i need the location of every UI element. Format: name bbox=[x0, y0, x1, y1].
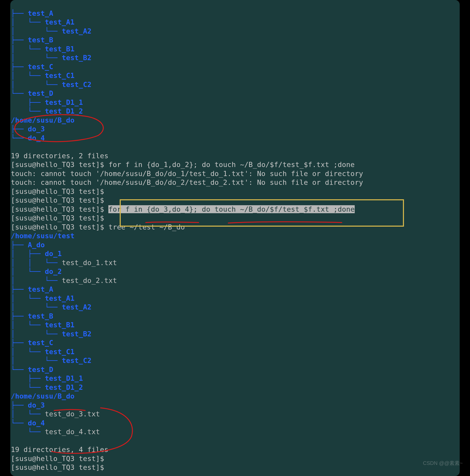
tree-dir: ├── test_B bbox=[11, 312, 53, 320]
tree-pipe: └── bbox=[11, 428, 45, 436]
tree-file: test_do_2.txt bbox=[62, 276, 117, 284]
tree-summary: 19 directories, 2 files bbox=[11, 152, 108, 160]
terminal-window[interactable]: ├── test_A │ └── test_A1 │ └── test_A2 ├… bbox=[10, 0, 460, 476]
tree-dir: │ └── test_C1 bbox=[11, 72, 75, 80]
tree-pipe: ├── bbox=[11, 241, 28, 249]
prompt: [susu@hello_TQ3 test]$ bbox=[11, 205, 108, 213]
tree-dir: └── do_4 bbox=[11, 134, 45, 142]
prompt: [susu@hello_TQ3 test]$ bbox=[11, 214, 108, 222]
highlighted-command: for f in {do_3,do_4}; do touch ~/B_do/$f… bbox=[108, 205, 354, 213]
tree-path: /home/susu/B_do bbox=[11, 116, 75, 124]
tree-pipe: │ └── bbox=[11, 410, 45, 418]
error-line: touch: cannot touch '/home/susu/B_do/do_… bbox=[11, 170, 363, 178]
prompt: [susu@hello_TQ3 test]$ bbox=[11, 187, 108, 195]
tree-pipe: │ ├── bbox=[11, 250, 45, 258]
command: for f in {do_1,do_2}; do touch ~/B_do/$f… bbox=[108, 161, 354, 169]
tree-dir: ├── test_C bbox=[11, 339, 53, 347]
tree-dir: do_4 bbox=[28, 419, 45, 427]
tree-dir: A_do bbox=[28, 241, 45, 249]
tree-dir: ├── test_A bbox=[11, 9, 53, 17]
tree-dir: ├── test_A bbox=[11, 285, 53, 293]
prompt: [susu@hello_TQ3 test]$ bbox=[11, 196, 104, 204]
prompt: [susu@hello_TQ3 test]$ bbox=[11, 223, 108, 231]
tree-dir: └── test_D1_2 bbox=[11, 383, 83, 391]
tree-dir: │ └── test_C2 bbox=[11, 81, 92, 89]
prompt: [susu@hello_TQ3 test]$ bbox=[11, 455, 108, 463]
tree-dir: │ └── test_B2 bbox=[11, 330, 92, 338]
tree-dir: do_3 bbox=[28, 401, 45, 409]
tree-dir: │ └── test_A1 bbox=[11, 294, 75, 302]
prompt: [susu@hello_TQ3 test]$ bbox=[11, 463, 108, 471]
watermark: CSDN @@素素~ bbox=[423, 460, 463, 467]
tree-dir: │ └── test_B2 bbox=[11, 54, 92, 62]
tree-file: test_do_3.txt bbox=[45, 410, 100, 418]
tree-dir: ├── do_3 bbox=[11, 125, 45, 133]
tree-dir: │ └── test_C1 bbox=[11, 348, 75, 356]
tree-dir: │ └── test_B1 bbox=[11, 321, 75, 329]
tree-path: /home/susu/B_do bbox=[11, 392, 75, 400]
tree-pipe: │ └── bbox=[11, 276, 62, 284]
tree-pipe: │ └── bbox=[11, 267, 45, 275]
tree-dir: │ └── test_A2 bbox=[11, 303, 92, 311]
tree-dir: ├── test_D1_1 bbox=[11, 98, 83, 106]
tree-dir: │ └── test_C2 bbox=[11, 356, 92, 364]
tree-dir: ├── test_D1_1 bbox=[11, 374, 83, 382]
tree-dir: do_2 bbox=[45, 267, 62, 275]
tree-dir: │ └── test_A1 bbox=[11, 18, 75, 26]
tree-dir: ├── test_B bbox=[11, 36, 53, 44]
error-line: touch: cannot touch '/home/susu/B_do/do_… bbox=[11, 178, 363, 186]
tree-pipe: └── bbox=[11, 419, 28, 427]
tree-dir: do_1 bbox=[45, 250, 62, 258]
tree-dir: └── test_D bbox=[11, 89, 53, 97]
terminal-content[interactable]: ├── test_A │ └── test_A1 │ └── test_A2 ├… bbox=[10, 0, 460, 472]
tree-pipe: ├── bbox=[11, 401, 28, 409]
tree-dir: └── test_D bbox=[11, 366, 53, 374]
prompt: [susu@hello_TQ3 test]$ bbox=[11, 161, 108, 169]
tree-summary: 19 directories, 4 files bbox=[11, 446, 108, 454]
tree-file: test_do_4.txt bbox=[45, 428, 100, 436]
tree-pipe: │ │ └── bbox=[11, 259, 62, 267]
tree-dir: │ └── test_A2 bbox=[11, 27, 92, 35]
tree-file: test_do_1.txt bbox=[62, 259, 117, 267]
command: tree ~/test ~/B_do bbox=[108, 223, 185, 231]
tree-dir: ├── test_C bbox=[11, 63, 53, 71]
tree-dir: └── test_D1_2 bbox=[11, 107, 83, 115]
tree-path: /home/susu/test bbox=[11, 232, 75, 240]
tree-dir: │ └── test_B1 bbox=[11, 45, 75, 53]
